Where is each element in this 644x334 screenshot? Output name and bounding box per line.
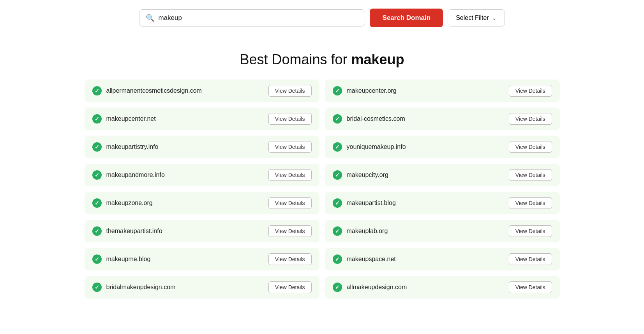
available-icon xyxy=(92,114,102,124)
domain-left: allmakeupdesign.com xyxy=(333,283,407,292)
domain-card: makeupme.blog View Details xyxy=(85,248,319,270)
available-icon xyxy=(92,254,102,264)
domain-card: bridalmakeupdesign.com View Details xyxy=(85,276,319,299)
domain-name: allpermanentcosmeticsdesign.com xyxy=(106,87,202,94)
domain-card: makeupcenter.net View Details xyxy=(85,108,319,130)
domain-name: bridal-cosmetics.com xyxy=(347,115,405,122)
available-icon xyxy=(92,170,102,180)
domain-name: themakeupartist.info xyxy=(106,228,162,235)
available-icon xyxy=(333,283,342,292)
domain-card: allmakeupdesign.com View Details xyxy=(325,276,560,299)
domain-left: makeupcenter.net xyxy=(92,114,156,124)
domain-name: bridalmakeupdesign.com xyxy=(106,284,176,291)
available-icon xyxy=(333,254,342,264)
domain-name: makeuplab.org xyxy=(347,228,388,235)
domain-name: makeupcity.org xyxy=(347,171,388,178)
available-icon xyxy=(333,86,342,95)
domain-left: makeupme.blog xyxy=(92,254,151,264)
domain-left: allpermanentcosmeticsdesign.com xyxy=(92,86,202,95)
domain-name: allmakeupdesign.com xyxy=(347,284,407,291)
domain-left: makeupartist.blog xyxy=(333,198,396,208)
available-icon xyxy=(333,170,342,180)
results-grid: allpermanentcosmeticsdesign.com View Det… xyxy=(69,80,575,314)
domain-card: themakeupartist.info View Details xyxy=(85,220,319,242)
domain-name: makeupartistry.info xyxy=(106,143,159,150)
view-details-button[interactable]: View Details xyxy=(509,113,552,125)
domain-card: makeupcity.org View Details xyxy=(325,164,560,186)
view-details-button[interactable]: View Details xyxy=(268,169,312,181)
view-details-button[interactable]: View Details xyxy=(509,253,552,265)
domain-card: makeupandmore.info View Details xyxy=(85,164,319,186)
view-details-button[interactable]: View Details xyxy=(268,85,312,97)
select-filter-button[interactable]: Select Filter ⌄ xyxy=(448,9,505,27)
domain-name: makeupme.blog xyxy=(106,256,151,263)
domain-card: bridal-cosmetics.com View Details xyxy=(325,108,560,130)
domain-name: makeupspace.net xyxy=(347,256,396,263)
filter-label: Select Filter xyxy=(456,14,489,21)
domain-left: makeupzone.org xyxy=(92,198,153,208)
page-heading: Best Domains for makeup xyxy=(0,51,644,68)
view-details-button[interactable]: View Details xyxy=(509,169,552,181)
domain-card: youniquemakeup.info View Details xyxy=(325,136,560,158)
top-bar: 🔍 Search Domain Select Filter ⌄ xyxy=(0,0,644,36)
search-icon: 🔍 xyxy=(146,14,154,22)
domain-name: makeupandmore.info xyxy=(106,171,165,178)
domain-card: makeupspace.net View Details xyxy=(325,248,560,270)
domain-name: youniquemakeup.info xyxy=(347,143,406,150)
heading-prefix: Best Domains for xyxy=(240,51,351,67)
view-details-button[interactable]: View Details xyxy=(509,225,552,237)
domain-left: bridal-cosmetics.com xyxy=(333,114,405,124)
domain-left: makeuplab.org xyxy=(333,226,388,236)
view-details-button[interactable]: View Details xyxy=(268,113,312,125)
domain-left: makeupartistry.info xyxy=(92,142,159,152)
search-domain-button[interactable]: Search Domain xyxy=(370,9,443,27)
domain-card: makeupcenter.org View Details xyxy=(325,80,560,102)
domain-card: makeupartistry.info View Details xyxy=(85,136,319,158)
domain-left: makeupspace.net xyxy=(333,254,396,264)
available-icon xyxy=(333,142,342,152)
available-icon xyxy=(92,86,102,95)
domain-left: makeupcity.org xyxy=(333,170,388,180)
view-details-button[interactable]: View Details xyxy=(268,281,312,293)
available-icon xyxy=(333,226,342,236)
domain-card: makeuplab.org View Details xyxy=(325,220,560,242)
domain-left: youniquemakeup.info xyxy=(333,142,406,152)
search-wrapper: 🔍 xyxy=(139,9,365,27)
view-details-button[interactable]: View Details xyxy=(268,225,312,237)
chevron-down-icon: ⌄ xyxy=(492,15,497,21)
domain-name: makeupzone.org xyxy=(106,200,153,207)
available-icon xyxy=(92,283,102,292)
domain-card: allpermanentcosmeticsdesign.com View Det… xyxy=(85,80,319,102)
domain-card: makeupzone.org View Details xyxy=(85,192,319,214)
search-input[interactable] xyxy=(158,14,358,22)
view-details-button[interactable]: View Details xyxy=(268,141,312,153)
available-icon xyxy=(92,226,102,236)
view-details-button[interactable]: View Details xyxy=(268,197,312,209)
available-icon xyxy=(333,114,342,124)
available-icon xyxy=(92,142,102,152)
domain-left: makeupandmore.info xyxy=(92,170,165,180)
available-icon xyxy=(92,198,102,208)
view-details-button[interactable]: View Details xyxy=(268,253,312,265)
view-details-button[interactable]: View Details xyxy=(509,85,552,97)
domain-left: makeupcenter.org xyxy=(333,86,397,95)
view-details-button[interactable]: View Details xyxy=(509,141,552,153)
domain-card: makeupartist.blog View Details xyxy=(325,192,560,214)
domain-left: bridalmakeupdesign.com xyxy=(92,283,176,292)
heading-keyword: makeup xyxy=(351,51,404,67)
view-details-button[interactable]: View Details xyxy=(509,197,552,209)
domain-name: makeupcenter.org xyxy=(347,87,397,94)
domain-left: themakeupartist.info xyxy=(92,226,162,236)
domain-name: makeupartist.blog xyxy=(347,200,396,207)
view-details-button[interactable]: View Details xyxy=(509,281,552,293)
domain-name: makeupcenter.net xyxy=(106,115,156,122)
available-icon xyxy=(333,198,342,208)
